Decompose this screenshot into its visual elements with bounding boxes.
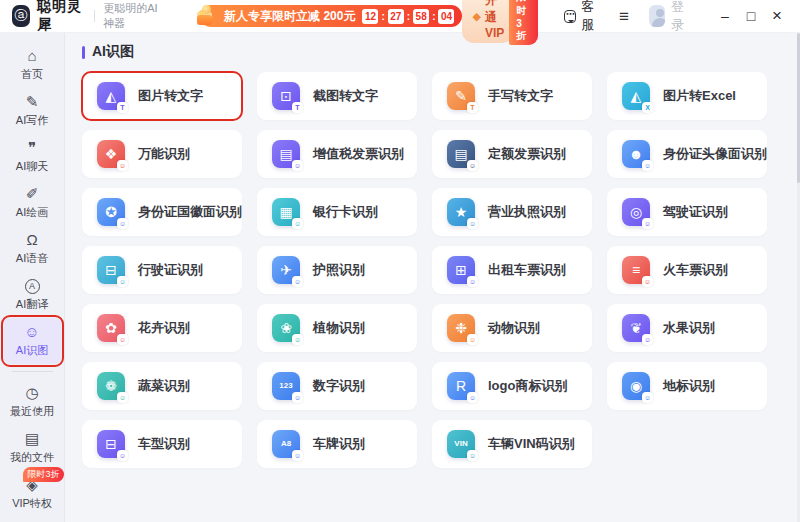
tool-card-train-ticket[interactable]: ≡☺火车票识别 (607, 246, 767, 294)
tool-card-label: 图片转Excel (663, 87, 736, 105)
screenshot-to-text-icon: ⊡T (272, 82, 300, 110)
sidebar-item-ai-painting[interactable]: ✐AI绘画 (4, 180, 61, 226)
tool-card-vat-invoice[interactable]: ▤☺增值税发票识别 (257, 130, 417, 178)
tool-card-handwriting-to-text[interactable]: ✎T手写转文字 (432, 72, 592, 120)
sidebar-item-ai-voice[interactable]: ΩAI语音 (4, 226, 61, 272)
section-header: AI识图 (82, 43, 800, 61)
tool-card-label: 银行卡识别 (313, 203, 378, 221)
app-body: ⌂首页✎AI写作❞AI聊天✐AI绘画ΩAI语音AAI翻译☺AI识图◷最近使用▤我… (0, 33, 800, 522)
tool-card-plant[interactable]: ❀☺植物识别 (257, 304, 417, 352)
sidebar-item-ai-writing[interactable]: ✎AI写作 (4, 88, 61, 134)
number-icon: 123☺ (272, 372, 300, 400)
tile-glyph: ❖ (105, 147, 118, 161)
sidebar-item-my-files[interactable]: ▤我的文件 (4, 425, 61, 471)
sidebar-item-ai-chat[interactable]: ❞AI聊天 (4, 134, 61, 180)
sidebar-item-home[interactable]: ⌂首页 (4, 42, 61, 88)
vehicle-license-icon: ⊟☺ (97, 256, 125, 284)
login-button[interactable]: 登录 (649, 0, 690, 34)
tool-card-drivers-license[interactable]: ◎☺驾驶证识别 (607, 188, 767, 236)
promo-banner[interactable]: 新人专享限时立减 200元 12:27:58:04 (200, 5, 462, 27)
tool-card-license-plate[interactable]: A8☺车牌识别 (257, 420, 417, 468)
limited-discount-badge: 限时3折 (23, 467, 63, 482)
tile-corner-badge: ☺ (467, 334, 478, 345)
tile-glyph: ◎ (630, 205, 642, 219)
minimize-button[interactable]: – (712, 3, 738, 29)
sidebar-item-vip[interactable]: ◈VIP特权限时3折 (4, 471, 61, 517)
image-to-excel-icon: ◭X (622, 82, 650, 110)
tool-card-id-card-back[interactable]: ✪☺身份证国徽面识别 (82, 188, 242, 236)
passport-icon: ✈☺ (272, 256, 300, 284)
tile-corner-badge: X (642, 102, 653, 113)
tile-corner-badge: T (467, 102, 478, 113)
tile-corner-badge: ☺ (642, 276, 653, 287)
tool-card-passport[interactable]: ✈☺护照识别 (257, 246, 417, 294)
tool-card-vehicle-license[interactable]: ⊟☺行驶证识别 (82, 246, 242, 294)
tile-glyph: ✿ (105, 321, 117, 335)
tile-corner-badge: ☺ (467, 218, 478, 229)
tile-glyph: ❀ (280, 321, 292, 335)
sidebar-item-label: AI写作 (16, 113, 48, 128)
universal-recognition-icon: ❖☺ (97, 140, 125, 168)
close-button[interactable]: × (764, 3, 790, 29)
tool-card-business-license[interactable]: ★☺营业执照识别 (432, 188, 592, 236)
tool-card-number[interactable]: 123☺数字识别 (257, 362, 417, 410)
tool-card-vin-code[interactable]: VIN☺车辆VIN码识别 (432, 420, 592, 468)
tool-card-vegetable[interactable]: ❁☺蔬菜识别 (82, 362, 242, 410)
tile-corner-badge: ☺ (642, 392, 653, 403)
sidebar-item-ai-translate[interactable]: AAI翻译 (4, 272, 61, 318)
tool-card-label: 车辆VIN码识别 (488, 435, 575, 453)
window-controls: – □ × (712, 3, 790, 29)
tool-card-bank-card[interactable]: ▦☺银行卡识别 (257, 188, 417, 236)
customer-service-button[interactable]: ⋯ 客服 (564, 0, 599, 34)
tile-corner-badge: T (117, 102, 128, 113)
section-accent-bar (82, 46, 85, 59)
car-model-icon: ⊟☺ (97, 430, 125, 458)
tool-card-image-to-text[interactable]: ◭T图片转文字 (82, 72, 242, 120)
titlebar-right: ◆ 开通VIP 限时3折 ⋯ 客服 ≡ 登录 – □ × (462, 0, 790, 45)
tool-card-label: 数字识别 (313, 377, 365, 395)
tile-glyph: ▤ (279, 147, 292, 161)
tool-card-screenshot-to-text[interactable]: ⊡T截图转文字 (257, 72, 417, 120)
tool-card-id-card-front[interactable]: ☻☺身份证头像面识别 (607, 130, 767, 178)
drivers-license-icon: ◎☺ (622, 198, 650, 226)
countdown-digit: 27 (388, 9, 404, 24)
hamburger-menu-icon[interactable]: ≡ (619, 8, 629, 25)
tool-card-animal[interactable]: ❉☺动物识别 (432, 304, 592, 352)
tool-card-universal-recognition[interactable]: ❖☺万能识别 (82, 130, 242, 178)
tool-card-flower[interactable]: ✿☺花卉识别 (82, 304, 242, 352)
tools-grid: ◭T图片转文字⊡T截图转文字✎T手写转文字◭X图片转Excel❖☺万能识别▤☺增… (82, 72, 800, 468)
vip-diamond-icon: ◆ (472, 11, 480, 22)
tile-corner-badge: ☺ (117, 218, 128, 229)
sidebar-item-label: AI识图 (16, 343, 48, 358)
tool-card-quota-invoice[interactable]: ▤☺定额发票识别 (432, 130, 592, 178)
sidebar-item-label: AI绘画 (16, 205, 48, 220)
tile-corner-badge: ☺ (642, 218, 653, 229)
sidebar-item-recent[interactable]: ◷最近使用 (4, 379, 61, 425)
brush-icon: ✐ (26, 186, 39, 202)
tile-corner-badge: ☺ (292, 334, 303, 345)
open-vip-button[interactable]: ◆ 开通VIP 限时3折 (462, 0, 538, 45)
sidebar-item-ai-image[interactable]: ☺AI识图 (4, 318, 61, 364)
home-icon: ⌂ (27, 48, 36, 64)
tool-card-fruit[interactable]: ❦☺水果识别 (607, 304, 767, 352)
tool-card-taxi-receipt[interactable]: ⊞☺出租车票识别 (432, 246, 592, 294)
pen-icon: ✎ (26, 94, 39, 110)
tool-card-label: 动物识别 (488, 319, 540, 337)
tool-card-image-to-excel[interactable]: ◭X图片转Excel (607, 72, 767, 120)
sidebar: ⌂首页✎AI写作❞AI聊天✐AI绘画ΩAI语音AAI翻译☺AI识图◷最近使用▤我… (0, 33, 65, 522)
tool-card-car-model[interactable]: ⊟☺车型识别 (82, 420, 242, 468)
tile-glyph: ◉ (630, 379, 642, 393)
tool-card-logo-trademark[interactable]: R☺logo商标识别 (432, 362, 592, 410)
maximize-button[interactable]: □ (738, 3, 764, 29)
animal-icon: ❉☺ (447, 314, 475, 342)
tile-glyph: ✎ (455, 89, 467, 103)
tool-card-landmark[interactable]: ◉☺地标识别 (607, 362, 767, 410)
page-title: AI识图 (92, 43, 134, 61)
open-vip-label: 开通VIP (485, 0, 504, 40)
tile-corner-badge: ☺ (117, 392, 128, 403)
tool-card-label: 定额发票识别 (488, 145, 566, 163)
tile-glyph: ✪ (105, 205, 117, 219)
flower-icon: ✿☺ (97, 314, 125, 342)
sidebar-item-label: AI语音 (16, 251, 48, 266)
tile-glyph: ❁ (105, 379, 117, 393)
